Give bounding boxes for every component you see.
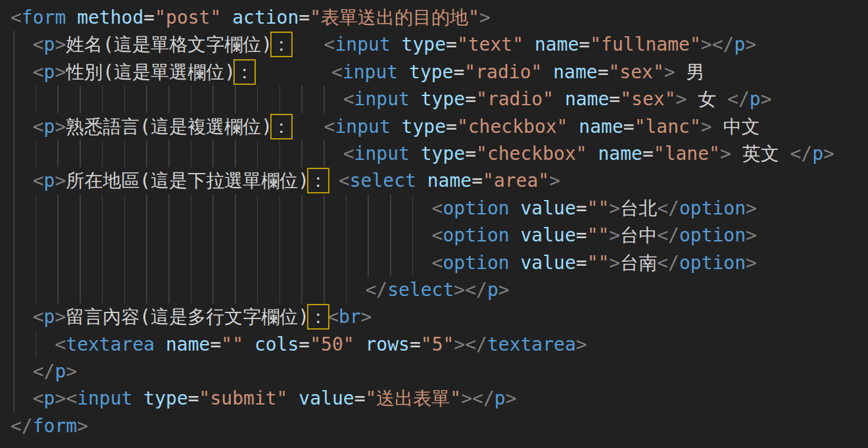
code-punctuation: > (676, 88, 687, 110)
unicode-highlighted-char: ： (309, 170, 327, 191)
code-punctuation: </ (712, 34, 735, 55)
code-tag-name: p (44, 387, 55, 409)
code-tag-name: p (734, 34, 745, 55)
code-punctuation: < (324, 34, 335, 55)
code-equals: = (576, 252, 587, 274)
code-text (291, 116, 324, 137)
leading-whitespace (11, 279, 365, 301)
code-line[interactable]: <input type="radio" name="sex"> 女 </p> (11, 86, 868, 112)
code-line[interactable]: <form method="post" action="表單送出的目的地"> (11, 4, 868, 31)
code-punctuation: < (432, 224, 443, 246)
code-tag-name: input (354, 143, 410, 164)
code-punctuation: > (761, 88, 772, 110)
code-string: "" (587, 224, 610, 246)
code-equals: = (188, 387, 199, 409)
code-punctuation: > (746, 252, 757, 274)
code-punctuation: < (327, 306, 339, 328)
code-equals: = (210, 334, 221, 355)
code-attribute-name: rows (354, 334, 410, 355)
code-equals: = (453, 61, 464, 83)
code-line[interactable]: <p>姓名(這是單格文字欄位)： <input type="text" name… (11, 31, 868, 58)
code-punctuation: > (701, 34, 712, 55)
code-line[interactable]: <p>留言內容(這是多行文字欄位)：<br> (11, 303, 868, 330)
code-text: 台北 (620, 197, 657, 219)
code-text: 性別(這是單選欄位) (66, 61, 235, 83)
code-text: 台中 (620, 224, 657, 246)
leading-whitespace (11, 34, 33, 55)
unicode-highlighted-char: ： (235, 61, 254, 83)
code-punctuation: > (746, 224, 757, 246)
code-tag-name: p (494, 387, 506, 409)
code-line[interactable]: </p> (11, 358, 868, 385)
code-equals: = (299, 334, 310, 355)
code-punctuation: > (823, 143, 834, 164)
code-line[interactable]: <p>熟悉語言(這是複選欄位)： <input type="checkbox" … (11, 113, 868, 140)
code-string: "post" (155, 7, 221, 28)
code-line[interactable]: <option value="">台北</option> (11, 195, 868, 222)
code-line[interactable]: <textarea name="" cols="50" rows="5"></t… (11, 331, 868, 358)
code-equals: = (410, 334, 421, 355)
code-line[interactable]: <p>所在地區(這是下拉選單欄位)： <select name="area"> (11, 167, 868, 194)
code-string: "checkbox" (457, 116, 568, 137)
code-string: "sex" (609, 61, 664, 83)
code-equals: = (576, 197, 587, 219)
code-line[interactable]: <p><input type="submit" value="送出表單"></p… (11, 385, 868, 412)
code-equals: = (609, 88, 620, 110)
code-editor[interactable]: <form method="post" action="表單送出的目的地"> <… (0, 0, 868, 448)
code-tag-name: option (443, 252, 509, 274)
leading-whitespace (11, 116, 33, 137)
code-line[interactable]: <option value="">台中</option> (11, 222, 868, 249)
code-punctuation: < (33, 61, 44, 83)
code-attribute-name: value (287, 387, 354, 409)
code-equals: = (471, 170, 483, 191)
code-line[interactable]: <input type="checkbox" name="lane"> 英文 <… (11, 140, 868, 167)
code-text: 姓名(這是單格文字欄位) (66, 34, 272, 55)
code-punctuation: > (609, 224, 620, 246)
code-punctuation: > (506, 387, 517, 409)
code-equals: = (465, 143, 476, 164)
code-line[interactable]: </form> (11, 412, 868, 439)
code-punctuation: </ (727, 88, 750, 110)
code-tag-name: select (387, 279, 454, 301)
code-punctuation: > (609, 197, 620, 219)
code-text: 台南 (620, 252, 657, 274)
code-line-content: </form> (11, 415, 88, 437)
code-punctuation: < (331, 61, 343, 83)
code-punctuation: > (66, 361, 77, 382)
code-tag-name: form (22, 7, 66, 28)
leading-whitespace (11, 170, 33, 191)
leading-whitespace (11, 387, 33, 409)
code-line[interactable]: <p>性別(這是單選欄位)： <input type="radio" name=… (11, 59, 868, 86)
code-punctuation: > (55, 387, 66, 409)
code-attribute-name: type (410, 143, 465, 164)
unicode-highlighted-char: ： (272, 116, 291, 137)
code-tag-name: form (33, 415, 77, 437)
code-punctuation: > (701, 116, 712, 137)
code-string: "送出表單" (365, 387, 461, 409)
code-text: 留言內容(這是多行文字欄位) (66, 306, 309, 328)
code-tag-name: option (443, 197, 509, 219)
code-punctuation: > (746, 197, 757, 219)
code-punctuation: > (609, 252, 620, 274)
code-text (291, 34, 324, 55)
leading-whitespace (11, 334, 55, 355)
leading-whitespace (11, 143, 343, 164)
code-punctuation: > (461, 387, 472, 409)
code-attribute-name: value (510, 224, 576, 246)
code-punctuation: > (55, 34, 66, 55)
leading-whitespace (11, 361, 33, 382)
code-punctuation: < (343, 143, 354, 164)
code-line[interactable]: <option value="">台南</option> (11, 249, 868, 276)
code-punctuation: < (33, 170, 44, 191)
code-punctuation: > (77, 415, 88, 437)
code-punctuation: > (498, 279, 510, 301)
code-equals: = (579, 34, 590, 55)
code-line-content: <option value="">台南</option> (11, 252, 757, 274)
leading-whitespace (11, 224, 432, 246)
code-line[interactable]: </select></p> (11, 276, 868, 303)
code-tag-name: p (812, 143, 823, 164)
code-punctuation: > (745, 34, 756, 55)
code-punctuation: < (432, 197, 443, 219)
code-line-content: <p>性別(這是單選欄位)： <input type="radio" name=… (11, 61, 705, 83)
code-tag-name: input (77, 387, 132, 409)
